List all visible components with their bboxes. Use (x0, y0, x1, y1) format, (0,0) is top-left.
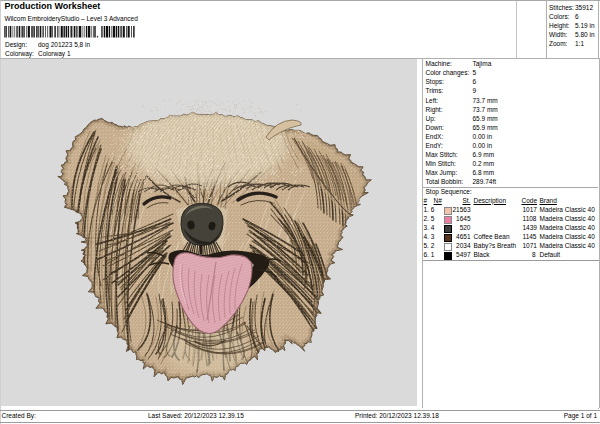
svg-text:,: , (96, 28, 99, 38)
